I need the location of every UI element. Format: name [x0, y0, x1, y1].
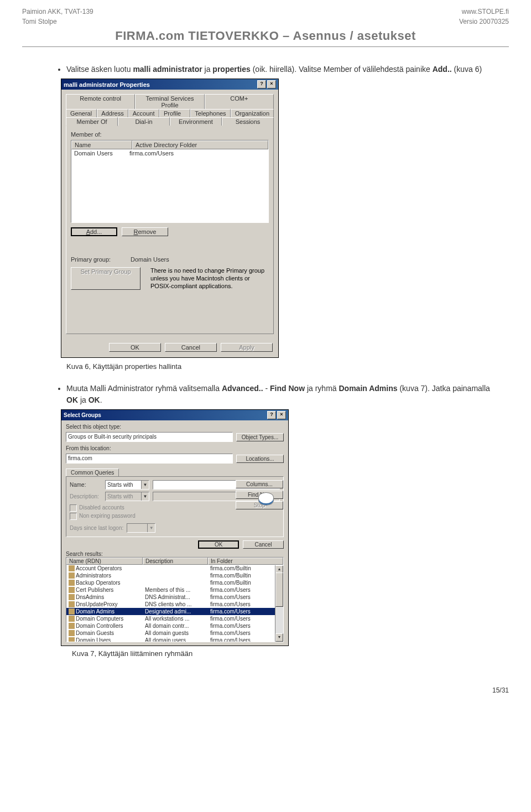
- search-results-label: Search results:: [66, 551, 284, 557]
- object-types-button[interactable]: Object Types...: [236, 433, 284, 441]
- page-title: FIRMA.com TIETOVERKKO – Asennus / asetuk…: [22, 29, 509, 43]
- ok-button[interactable]: OK: [198, 540, 239, 549]
- bullet-1: Valitse äsken luotu malli administrator …: [66, 64, 493, 75]
- nonexpiring-checkbox: Non expiring password: [70, 513, 280, 520]
- tab-organization[interactable]: Organization: [231, 109, 274, 117]
- close-button[interactable]: ×: [267, 80, 276, 89]
- dialog-title: malli administrator Properties: [64, 81, 150, 88]
- result-row[interactable]: Account Operatorsfirma.com/Builtin: [66, 565, 283, 572]
- properties-dialog: malli administrator Properties ? × Remot…: [61, 79, 279, 358]
- hdr-left-top: Paimion AKK, TVAT-139: [22, 7, 93, 17]
- col-desc[interactable]: Description: [143, 558, 208, 565]
- columns-button[interactable]: Columns...: [236, 480, 283, 488]
- tab-remote-control[interactable]: Remote control: [66, 94, 135, 109]
- add-button[interactable]: Add...: [71, 227, 117, 236]
- remove-button[interactable]: Remove: [122, 227, 168, 236]
- tab-common-queries[interactable]: Common Queries: [66, 469, 119, 477]
- help-button[interactable]: ?: [257, 80, 266, 89]
- col-folder[interactable]: Active Directory Folder: [132, 140, 268, 149]
- object-type-label: Select this object type:: [66, 424, 284, 430]
- chevron-down-icon: ▼: [147, 524, 155, 532]
- tab-com-plus[interactable]: COM+: [205, 94, 274, 109]
- help-button[interactable]: ?: [267, 411, 276, 419]
- scrollbar[interactable]: ▲ ▼: [275, 565, 283, 642]
- tab-address[interactable]: Address: [97, 109, 128, 117]
- name-label: Name:: [70, 482, 102, 488]
- days-combo: ▼: [127, 523, 155, 533]
- tab-telephones[interactable]: Telephones: [190, 109, 230, 117]
- scroll-down-icon[interactable]: ▼: [275, 633, 283, 642]
- apply-button: Apply: [221, 343, 273, 352]
- primary-note: There is no need to change Primary group…: [150, 267, 267, 290]
- hdr-right-bottom: Versio 20070325: [459, 17, 509, 27]
- dialog2-title: Select Groups: [64, 412, 101, 418]
- col-name[interactable]: Name: [71, 140, 132, 149]
- cancel-button[interactable]: Cancel: [165, 343, 217, 352]
- tab-account[interactable]: Account: [128, 109, 159, 117]
- caption-7: Kuva 7, Käyttäjän liittäminen ryhmään: [72, 649, 493, 658]
- result-row[interactable]: Administratorsfirma.com/Builtin: [66, 572, 283, 579]
- search-results-list[interactable]: Name (RDN) Description In Folder Account…: [66, 557, 284, 642]
- locations-button[interactable]: Locations...: [236, 455, 284, 463]
- tab-environment[interactable]: Environment: [170, 117, 222, 126]
- desc-label: Description:: [70, 493, 102, 499]
- result-row[interactable]: Domain ComputersAll workstations ...firm…: [66, 615, 283, 622]
- header-rule: [22, 46, 509, 47]
- ad-search-icon: [259, 493, 273, 505]
- location-input[interactable]: firma.com: [66, 454, 233, 464]
- close-button[interactable]: ×: [277, 411, 286, 419]
- result-row[interactable]: Domain UsersAll domain usersfirma.com/Us…: [66, 637, 283, 642]
- days-label: Days since last logon:: [70, 525, 123, 531]
- list-row[interactable]: Domain Users firma.com/Users: [71, 149, 268, 158]
- result-row[interactable]: DnsAdminsDNS Administrat...firma.com/Use…: [66, 594, 283, 601]
- page-number: 15/31: [22, 670, 509, 700]
- select-groups-dialog: Select Groups ? × Select this object typ…: [61, 409, 289, 646]
- location-label: From this location:: [66, 445, 284, 451]
- tab-profile[interactable]: Profile: [159, 109, 190, 117]
- result-row[interactable]: DnsUpdateProxyDNS clients who ...firma.c…: [66, 601, 283, 608]
- col-name[interactable]: Name (RDN): [66, 558, 143, 565]
- cancel-button[interactable]: Cancel: [243, 540, 284, 549]
- tab-general[interactable]: General: [66, 109, 97, 117]
- primary-group-label: Primary group:: [71, 256, 121, 263]
- name-match-combo[interactable]: Starts with▼: [105, 480, 149, 490]
- result-row[interactable]: Backup Operatorsfirma.com/Builtin: [66, 579, 283, 586]
- chevron-down-icon: ▼: [141, 481, 149, 489]
- hdr-right-top: www.STOLPE.fi: [459, 7, 509, 17]
- result-row[interactable]: Cert PublishersMembers of this ...firma.…: [66, 586, 283, 594]
- set-primary-button: Set Primary Group: [71, 267, 140, 290]
- primary-group-value: Domain Users: [131, 256, 169, 263]
- chevron-down-icon: ▼: [141, 492, 149, 501]
- caption-6: Kuva 6, Käyttäjän properties hallinta: [66, 362, 493, 371]
- dialog2-titlebar[interactable]: Select Groups ? ×: [61, 410, 288, 420]
- hdr-left-bottom: Tomi Stolpe: [22, 17, 93, 27]
- desc-match-combo: Starts with▼: [105, 492, 149, 501]
- result-row[interactable]: Domain AdminsDesignated admi...firma.com…: [66, 608, 283, 615]
- bullet-2: Muuta Malli Administrator ryhmä valitsem…: [66, 383, 493, 406]
- result-row[interactable]: Domain GuestsAll domain guestsfirma.com/…: [66, 629, 283, 637]
- tab-sessions[interactable]: Sessions: [222, 117, 274, 126]
- object-type-input[interactable]: Groups or Built-in security principals: [66, 432, 233, 442]
- col-folder[interactable]: In Folder: [208, 558, 283, 565]
- memberof-list[interactable]: Name Active Directory Folder Domain User…: [71, 140, 269, 223]
- result-row[interactable]: Domain ControllersAll domain contr...fir…: [66, 622, 283, 629]
- tab-dial-in[interactable]: Dial-in: [118, 117, 170, 126]
- scroll-thumb[interactable]: [275, 572, 283, 607]
- tab-member-of[interactable]: Member Of: [66, 117, 118, 126]
- tab-terminal-services[interactable]: Terminal Services Profile: [135, 94, 204, 109]
- ok-button[interactable]: OK: [109, 343, 161, 352]
- memberof-label: Member of:: [71, 131, 269, 138]
- dialog-titlebar[interactable]: malli administrator Properties ? ×: [61, 79, 278, 90]
